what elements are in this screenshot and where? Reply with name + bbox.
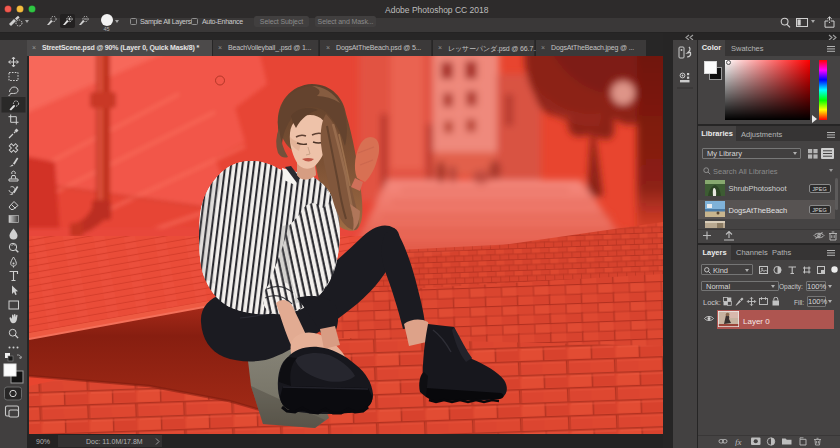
svg-text:fx: fx xyxy=(735,437,742,446)
